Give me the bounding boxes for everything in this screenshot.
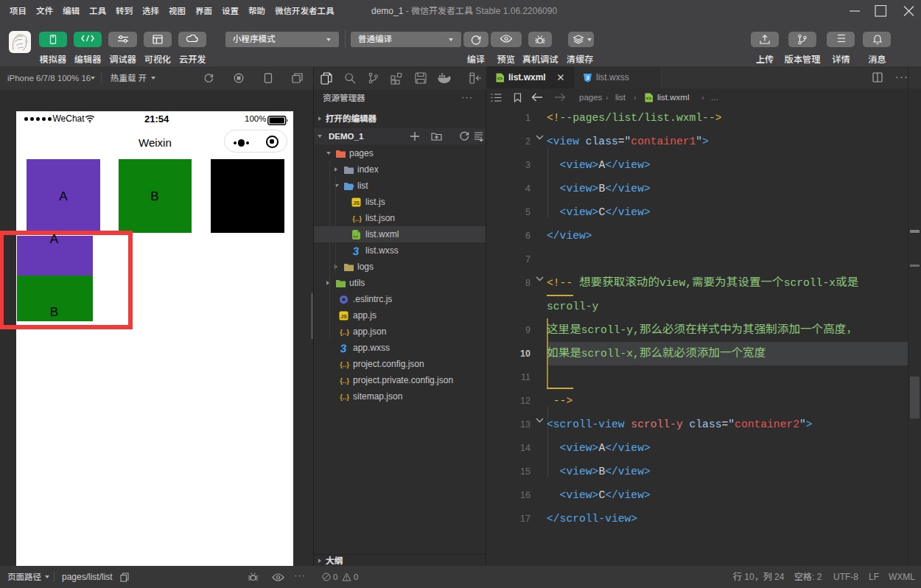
svg-text:3: 3 [586,74,589,81]
svg-text:<>: <> [497,75,503,80]
svg-text:JS: JS [353,199,360,206]
svg-text:3: 3 [340,343,347,353]
svg-text:{..}: {..} [340,360,349,368]
svg-text:3: 3 [352,246,360,256]
svg-text:JS: JS [340,312,347,319]
svg-text:{..}: {..} [340,328,349,336]
svg-text:<>: <> [646,96,652,101]
svg-text:<>: <> [353,234,359,238]
svg-text:{..}: {..} [340,377,349,385]
svg-text:{..}: {..} [352,214,362,223]
svg-text:{..}: {..} [340,393,349,401]
